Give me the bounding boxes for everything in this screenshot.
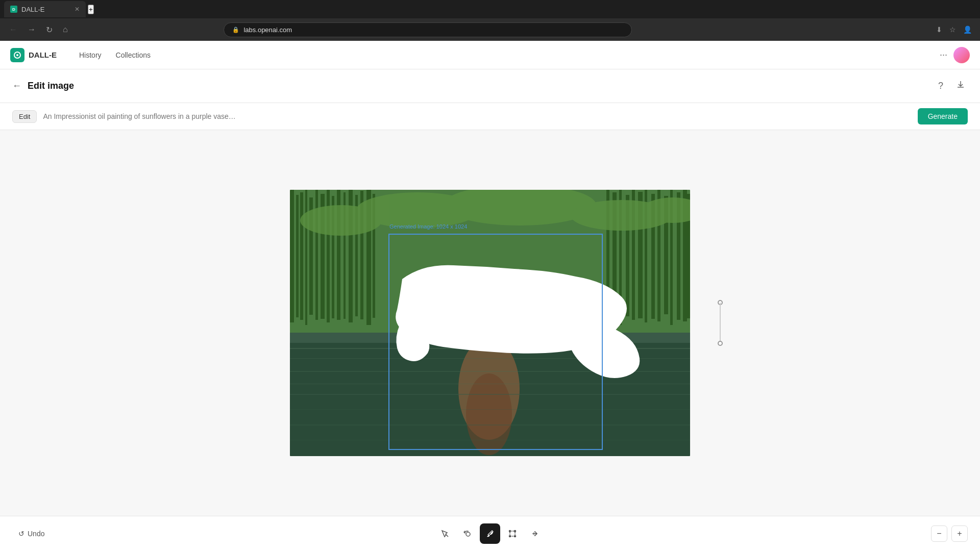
- forward-nav-button[interactable]: →: [24, 23, 39, 36]
- svg-rect-5: [290, 190, 294, 322]
- brush-slider-track: [720, 303, 721, 343]
- url-text: labs.openai.com: [243, 26, 292, 34]
- home-button[interactable]: ⌂: [60, 23, 71, 36]
- image-container: Generated Image: 1024 x 1024: [290, 190, 690, 456]
- prompt-bar: Edit Generate: [0, 103, 980, 130]
- collections-nav-link[interactable]: Collections: [110, 48, 157, 62]
- zoom-out-button[interactable]: −: [931, 525, 947, 542]
- active-tab[interactable]: D DALL-E ✕: [4, 1, 86, 17]
- top-nav: DALL-E History Collections ···: [0, 41, 980, 69]
- prompt-input[interactable]: [43, 112, 911, 120]
- zoom-in-button[interactable]: +: [951, 525, 968, 542]
- svg-rect-8: [305, 190, 307, 325]
- svg-point-54: [509, 531, 511, 532]
- brand-name: DALL-E: [29, 51, 57, 59]
- page-title: Edit image: [28, 81, 74, 91]
- extensions-btn[interactable]: ⬇: [934, 23, 944, 36]
- svg-point-43: [466, 373, 512, 455]
- nav-more-button[interactable]: ···: [940, 49, 947, 60]
- tab-favicon: D: [10, 6, 17, 13]
- tab-title: DALL-E: [21, 6, 45, 13]
- svg-point-55: [514, 536, 516, 537]
- transform-tool-button[interactable]: [525, 523, 545, 544]
- help-button[interactable]: ?: [936, 78, 945, 94]
- svg-rect-47: [290, 384, 690, 384]
- address-bar[interactable]: 🔒 labs.openai.com: [224, 22, 632, 37]
- new-tab-button[interactable]: +: [88, 5, 94, 14]
- edit-badge: Edit: [12, 110, 37, 123]
- crop-tool-button[interactable]: [502, 523, 523, 544]
- svg-point-52: [466, 532, 470, 536]
- main-image: Generated Image: 1024 x 1024: [290, 190, 690, 456]
- edit-header: ← Edit image ?: [0, 69, 980, 103]
- back-button[interactable]: ←: [12, 81, 21, 91]
- tab-bar: D DALL-E ✕ +: [0, 0, 980, 18]
- nav-more: ···: [940, 47, 970, 63]
- history-nav-link[interactable]: History: [73, 48, 108, 62]
- svg-point-56: [514, 531, 516, 532]
- zoom-controls: − +: [931, 525, 968, 542]
- tab-close-btn[interactable]: ✕: [75, 6, 80, 13]
- brand: DALL-E: [10, 48, 57, 62]
- browser-chrome: D DALL-E ✕ + ← → ↻ ⌂ 🔒 labs.openai.com ⬇…: [0, 0, 980, 41]
- canvas-area: Generated Image: 1024 x 1024: [0, 130, 980, 516]
- scene-svg: [290, 190, 690, 456]
- svg-rect-48: [290, 394, 690, 395]
- undo-icon: ↺: [18, 530, 24, 538]
- undo-label: Undo: [28, 530, 44, 538]
- brand-icon: [10, 48, 24, 62]
- svg-rect-49: [290, 409, 690, 410]
- svg-point-57: [509, 536, 511, 537]
- svg-rect-50: [290, 424, 690, 425]
- user-avatar[interactable]: [953, 47, 970, 63]
- brush-tool-button[interactable]: [480, 523, 500, 544]
- profile-btn[interactable]: 👤: [961, 23, 974, 36]
- bottom-toolbar: ↺ Undo: [0, 516, 980, 551]
- back-nav-button[interactable]: ←: [6, 23, 20, 36]
- edit-header-actions: ?: [936, 78, 968, 94]
- browser-actions: ⬇ ☆ 👤: [934, 23, 974, 36]
- svg-rect-51: [290, 440, 690, 440]
- brush-size-thumb-bottom[interactable]: [718, 341, 723, 346]
- undo-button[interactable]: ↺ Undo: [12, 527, 51, 541]
- nav-links: History Collections: [73, 48, 157, 62]
- bookmark-btn[interactable]: ☆: [947, 23, 958, 36]
- browser-controls: ← → ↻ ⌂ 🔒 labs.openai.com ⬇ ☆ 👤: [0, 18, 980, 41]
- app: DALL-E History Collections ··· ← Edit im…: [0, 41, 980, 551]
- svg-rect-7: [300, 192, 303, 320]
- ssl-icon: 🔒: [232, 27, 239, 33]
- generate-button[interactable]: Generate: [918, 108, 968, 124]
- reload-button[interactable]: ↻: [43, 23, 56, 37]
- select-tool-button[interactable]: [435, 523, 455, 544]
- undo-tool-button[interactable]: [457, 523, 478, 544]
- svg-rect-6: [296, 195, 299, 317]
- brush-size-slider[interactable]: [720, 303, 721, 343]
- download-button[interactable]: [953, 78, 968, 94]
- svg-point-1: [16, 54, 18, 56]
- undo-section: ↺ Undo: [12, 527, 51, 541]
